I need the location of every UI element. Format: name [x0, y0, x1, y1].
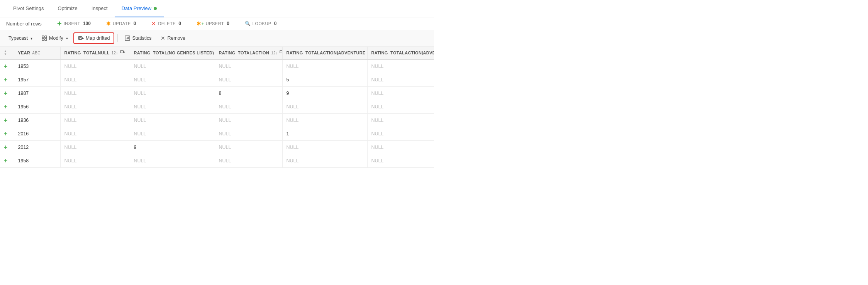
- map-drifted-action-col-icon[interactable]: [280, 50, 282, 56]
- cell-year: 1936: [14, 114, 60, 127]
- cell-rating_totalaction_adventure_last: NULL: [367, 73, 434, 87]
- th-rating-totalnull[interactable]: RATING_TOTALNULL 12↓: [60, 47, 130, 59]
- upsert-plus-icon: +: [202, 22, 204, 26]
- cell-rating_totalaction: NULL: [215, 114, 282, 127]
- th-year-label: YEAR: [18, 51, 31, 55]
- row-add-button[interactable]: +: [0, 100, 14, 114]
- cell-rating_totalaction_adventure_last: NULL: [367, 114, 434, 127]
- upsert-icon: ✱: [197, 20, 201, 27]
- svg-rect-7: [280, 51, 282, 53]
- th-rating-action-label: RATING_TOTALACTION: [219, 51, 270, 55]
- row-add-button[interactable]: +: [0, 87, 14, 100]
- tab-inspect[interactable]: Inspect: [85, 0, 115, 17]
- lookup-label: LOOKUP: [253, 21, 271, 26]
- tab-data-preview[interactable]: Data Preview: [115, 0, 164, 17]
- th-rating-totalnull-type: 12↓: [112, 51, 118, 55]
- th-rating-action-adventure[interactable]: RATING_TOTALACTION|ADVENTURE: [282, 47, 367, 59]
- map-drifted-col-icon[interactable]: [120, 50, 125, 56]
- upsert-label: UPSERT: [206, 21, 224, 26]
- insert-label: INSERT: [64, 21, 80, 26]
- sort-icon: ▲▼: [4, 50, 7, 56]
- row-add-button[interactable]: +: [0, 73, 14, 87]
- cell-year: 2016: [14, 127, 60, 141]
- cell-rating_totalaction_adventure_last: NULL: [367, 141, 434, 154]
- cell-rating_totalaction_adventure_last: NULL: [367, 154, 434, 168]
- cell-rating_totalaction_adventure_last: NULL: [367, 59, 434, 73]
- table-row: +1987NULLNULL89NULL: [0, 87, 434, 100]
- lookup-count: 0: [274, 21, 277, 26]
- data-table-container: ▲▼ YEAR abc RATING_TOTALNULL 12↓: [0, 47, 434, 168]
- cell-year: 1956: [14, 100, 60, 114]
- modify-chevron-icon: ▾: [66, 36, 68, 40]
- cell-rating_totalaction_adventure: NULL: [282, 154, 367, 168]
- cell-rating_totalaction: NULL: [215, 127, 282, 141]
- remove-button[interactable]: ✕ Remove: [157, 32, 189, 44]
- cell-rating_totalaction_adventure_last: NULL: [367, 87, 434, 100]
- typecast-chevron-icon: ▾: [31, 36, 32, 40]
- th-rating-no-genres[interactable]: RATING_TOTAL(NO GENRES LISTED): [130, 47, 215, 59]
- cell-rating_totalnull: NULL: [60, 73, 130, 87]
- cell-rating_totalaction: NULL: [215, 141, 282, 154]
- upsert-stat: ✱ + UPSERT 0: [197, 20, 229, 27]
- row-add-button[interactable]: +: [0, 114, 14, 127]
- table-row: +1957NULLNULLNULL5NULL: [0, 73, 434, 87]
- th-year-type: abc: [32, 51, 40, 55]
- table-row: +2016NULLNULLNULL1NULL: [0, 127, 434, 141]
- cell-rating_totalnull: NULL: [60, 59, 130, 73]
- map-drifted-button[interactable]: Map drifted: [73, 32, 115, 44]
- modify-button[interactable]: Modify ▾: [38, 32, 72, 44]
- table-row: +1936NULLNULLNULLNULLNULL: [0, 114, 434, 127]
- stats-bar: Number of rows ✚ INSERT 100 ✱ UPDATE 0 ✕…: [0, 17, 434, 30]
- cell-rating_totalnull: NULL: [60, 141, 130, 154]
- tab-pivot-settings-label: Pivot Settings: [13, 5, 44, 11]
- toolbar-separator-1: [117, 34, 118, 42]
- cell-rating_totalaction: NULL: [215, 100, 282, 114]
- cell-rating_totalnull: NULL: [60, 100, 130, 114]
- tab-optimize[interactable]: Optimize: [51, 0, 85, 17]
- row-add-button[interactable]: +: [0, 154, 14, 168]
- cell-rating_total_no_genres: NULL: [130, 59, 215, 73]
- svg-rect-6: [120, 51, 123, 53]
- tab-bar: Pivot Settings Optimize Inspect Data Pre…: [0, 0, 434, 17]
- row-add-button[interactable]: +: [0, 141, 14, 154]
- insert-stat: ✚ INSERT 100: [57, 20, 91, 27]
- cell-rating_total_no_genres: NULL: [130, 100, 215, 114]
- cell-rating_totalaction_adventure: NULL: [282, 59, 367, 73]
- cell-rating_total_no_genres: NULL: [130, 87, 215, 100]
- delete-label: DELETE: [158, 21, 176, 26]
- statistics-button[interactable]: Statistics: [121, 32, 155, 44]
- cell-rating_totalaction: 8: [215, 87, 282, 100]
- typecast-label: Typecast: [8, 35, 28, 41]
- update-icon: ✱: [106, 20, 111, 27]
- update-label: UPDATE: [113, 21, 131, 26]
- row-add-button[interactable]: +: [0, 59, 14, 73]
- table-row: +1956NULLNULLNULLNULLNULL: [0, 100, 434, 114]
- cell-rating_totalaction: NULL: [215, 154, 282, 168]
- cell-rating_totalaction_adventure: 9: [282, 87, 367, 100]
- table-row: +1958NULLNULLNULLNULLNULL: [0, 154, 434, 168]
- cell-rating_totalnull: NULL: [60, 114, 130, 127]
- cell-year: 1987: [14, 87, 60, 100]
- data-preview-dot: [154, 7, 157, 10]
- statistics-icon: [125, 35, 130, 41]
- tab-pivot-settings[interactable]: Pivot Settings: [6, 0, 51, 17]
- cell-year: 2012: [14, 141, 60, 154]
- remove-x-icon: ✕: [161, 35, 165, 41]
- insert-icon: ✚: [57, 20, 62, 27]
- cell-year: 1953: [14, 59, 60, 73]
- tab-data-preview-label: Data Preview: [122, 5, 151, 11]
- cell-rating_totalaction_adventure: NULL: [282, 141, 367, 154]
- svg-rect-3: [45, 39, 47, 40]
- th-rating-action[interactable]: RATING_TOTALACTION 12↓: [215, 47, 282, 59]
- th-rating-action-adventure-last[interactable]: RATING_TOTALACTION|ADVENTURE|A: [367, 47, 434, 59]
- modify-icon: [42, 35, 47, 41]
- upsert-count: 0: [227, 21, 229, 26]
- delete-stat: ✕ DELETE 0: [151, 20, 181, 27]
- th-rating-action-adventure-last-label: RATING_TOTALACTION|ADVENTURE|A: [371, 51, 434, 55]
- th-year[interactable]: YEAR abc: [14, 47, 60, 59]
- cell-rating_totalaction_adventure: 1: [282, 127, 367, 141]
- cell-year: 1957: [14, 73, 60, 87]
- typecast-button[interactable]: Typecast ▾: [5, 32, 36, 44]
- row-add-button[interactable]: +: [0, 127, 14, 141]
- cell-rating_totalnull: NULL: [60, 154, 130, 168]
